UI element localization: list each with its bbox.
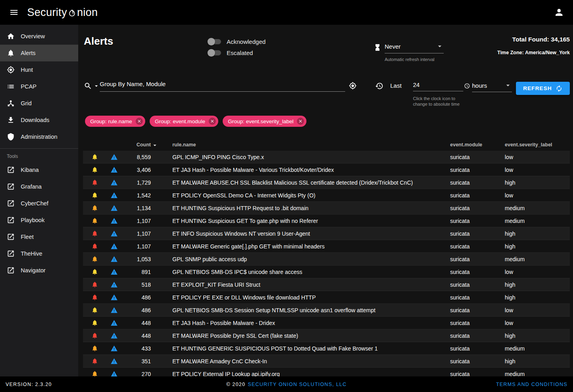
filter-target-icon[interactable] — [349, 82, 357, 90]
sidebar-tool-kibana[interactable]: Kibana — [0, 162, 78, 178]
table-row[interactable]: 1,107ET HUNTING Suspicious GET To gate.p… — [83, 215, 570, 227]
table-row[interactable]: 351ET MALWARE Amadey CnC Check-Insuricat… — [83, 355, 570, 368]
table-row[interactable]: 518ET EXPLOIT_KIT Fiesta URI Structsuric… — [83, 278, 570, 291]
alert-bell-icon[interactable] — [91, 217, 98, 224]
sidebar-item-grid[interactable]: Grid — [0, 95, 78, 112]
alert-bell-icon[interactable] — [91, 345, 98, 352]
info-triangle-icon[interactable] — [111, 319, 118, 327]
chip-remove-button[interactable] — [209, 118, 216, 125]
table-row[interactable]: 3,406ET JA3 Hash - Possible Malware - Va… — [83, 163, 570, 176]
sidebar-tool-playbook[interactable]: Playbook — [0, 212, 78, 229]
table-row[interactable]: 8,559GPL ICMP_INFO PING Cisco Type.xsuri… — [83, 151, 570, 163]
alert-bell-icon[interactable] — [91, 256, 98, 262]
module-cell: suricata — [450, 294, 505, 301]
alert-bell-icon[interactable] — [91, 154, 98, 160]
table-row[interactable]: 891GPL NETBIOS SMB-DS IPC$ unicode share… — [83, 266, 570, 278]
menu-button[interactable] — [6, 5, 22, 20]
filter-chip[interactable]: Group: rule.name — [85, 116, 145, 127]
module-header[interactable]: event.module — [450, 142, 505, 148]
alert-bell-icon[interactable] — [91, 166, 98, 173]
history-icon[interactable] — [375, 82, 383, 90]
info-triangle-icon[interactable] — [111, 294, 118, 301]
alert-bell-icon[interactable] — [91, 294, 98, 301]
severity-header[interactable]: event.severity_label — [505, 142, 570, 148]
sidebar-item-pcap[interactable]: PCAP — [0, 78, 78, 95]
alert-bell-icon[interactable] — [91, 205, 98, 211]
info-triangle-icon[interactable] — [111, 166, 118, 173]
acknowledged-toggle[interactable]: Acknowledged — [208, 36, 266, 47]
info-triangle-icon[interactable] — [111, 332, 118, 339]
table-row[interactable]: 1,107ET MALWARE Generic gate[.].php GET … — [83, 240, 570, 253]
time-value-input[interactable] — [413, 81, 463, 88]
sidebar-item-administration[interactable]: Administration — [0, 128, 78, 145]
table-row[interactable]: 433ET HUNTING GENERIC SUSPICIOUS POST to… — [83, 342, 570, 355]
alert-bell-icon[interactable] — [91, 332, 98, 339]
table-row[interactable]: 448ET MALWARE Possible Dyre SSL Cert (fa… — [83, 329, 570, 342]
user-menu-button[interactable] — [551, 5, 567, 20]
sidebar-item-overview[interactable]: Overview — [0, 28, 78, 45]
query-dropdown-caret-icon[interactable] — [93, 83, 100, 89]
alert-bell-icon[interactable] — [91, 179, 98, 186]
alert-bell-icon[interactable] — [91, 319, 98, 326]
alert-bell-icon[interactable] — [91, 358, 98, 364]
alert-bell-icon[interactable] — [91, 243, 98, 250]
refresh-interval-select[interactable]: Never — [385, 42, 444, 53]
sidebar-tool-navigator[interactable]: Navigator — [0, 262, 78, 279]
info-triangle-icon[interactable] — [111, 370, 118, 377]
info-triangle-icon[interactable] — [111, 179, 118, 186]
terms-link[interactable]: TERMS AND CONDITIONS — [496, 382, 567, 387]
alert-bell-icon[interactable] — [91, 281, 98, 288]
rule-name-header[interactable]: rule.name — [151, 142, 450, 148]
alert-bell-icon[interactable] — [91, 370, 98, 376]
count-header[interactable]: Count — [123, 142, 151, 148]
search-input[interactable] — [100, 81, 345, 92]
table-row[interactable]: 1,053GPL SNMP public access udpsuricatam… — [83, 253, 570, 266]
alert-bell-icon[interactable] — [91, 307, 98, 313]
sidebar-item-alerts[interactable]: Alerts — [0, 45, 78, 61]
alert-bell-icon[interactable] — [91, 230, 98, 237]
table-row[interactable]: 486GPL NETBIOS SMB-DS Session Setup NTML… — [83, 304, 570, 317]
info-triangle-icon[interactable] — [111, 256, 118, 263]
timezone: Time Zone: America/New_York — [497, 50, 570, 55]
info-triangle-icon[interactable] — [111, 230, 118, 237]
company-link[interactable]: SECURITY ONION SOLUTIONS, LLC — [248, 382, 347, 387]
sidebar-item-downloads[interactable]: Downloads — [0, 112, 78, 128]
sidebar-tool-thehive[interactable]: TheHive — [0, 245, 78, 262]
info-triangle-icon[interactable] — [111, 268, 118, 276]
table-row[interactable]: 1,542ET POLICY OpenSSL Demo CA - Interne… — [83, 189, 570, 202]
table-row[interactable]: 1,134ET HUNTING Suspicious HTTP Request … — [83, 202, 570, 215]
refresh-button[interactable]: REFRESH — [516, 82, 570, 95]
alert-bell-icon[interactable] — [91, 268, 98, 275]
info-triangle-icon[interactable] — [111, 154, 118, 161]
sidebar-item-hunt[interactable]: Hunt — [0, 61, 78, 78]
hamburger-icon — [9, 8, 19, 17]
rule-name-cell: ET MALWARE Possible Dyre SSL Cert (fake … — [151, 333, 450, 339]
table-row[interactable]: 1,729ET MALWARE ABUSE.CH SSL Blacklist M… — [83, 176, 570, 189]
info-triangle-icon[interactable] — [111, 243, 118, 250]
table-row[interactable]: 1,107ET INFO Suspicious Windows NT versi… — [83, 227, 570, 240]
info-triangle-icon[interactable] — [111, 358, 118, 365]
info-triangle-icon[interactable] — [111, 217, 118, 225]
hourglass-icon — [373, 43, 381, 51]
info-triangle-icon[interactable] — [111, 192, 118, 199]
time-unit-select[interactable]: hours — [472, 81, 512, 92]
clock-icon[interactable] — [464, 83, 470, 89]
info-triangle-icon[interactable] — [111, 345, 118, 352]
table-row[interactable]: 270ET POLICY External IP Lookup api.ipif… — [83, 368, 570, 376]
sidebar-tool-cyberchef[interactable]: CyberChef — [0, 195, 78, 212]
info-triangle-icon[interactable] — [111, 205, 118, 212]
chip-remove-button[interactable] — [297, 118, 304, 125]
table-row[interactable]: 448ET JA3 Hash - Possible Malware - Drid… — [83, 317, 570, 329]
filter-chip[interactable]: Group: event.severity_label — [223, 116, 306, 127]
info-triangle-icon[interactable] — [111, 307, 118, 314]
sidebar-tool-fleet[interactable]: Fleet — [0, 229, 78, 245]
sidebar-tool-grafana[interactable]: Grafana — [0, 178, 78, 195]
info-triangle-icon[interactable] — [111, 281, 118, 288]
filter-chip[interactable]: Group: event.module — [150, 116, 218, 127]
alert-bell-icon[interactable] — [91, 192, 98, 199]
escalated-toggle[interactable]: Escalated — [208, 47, 266, 58]
table-row[interactable]: 486ET POLICY PE EXE or DLL Windows file … — [83, 291, 570, 304]
severity-cell: medium — [505, 256, 570, 262]
toggle-group: Acknowledged Escalated — [208, 36, 266, 58]
chip-remove-button[interactable] — [136, 118, 143, 125]
